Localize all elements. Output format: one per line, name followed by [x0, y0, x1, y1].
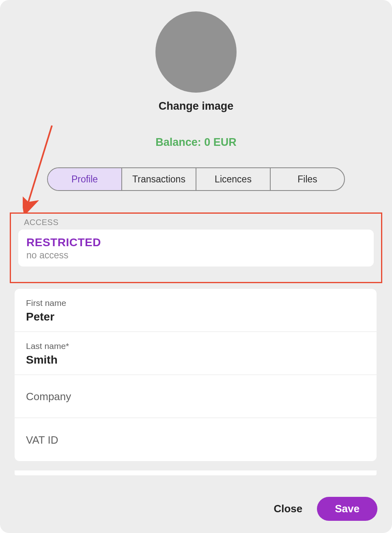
tab-transactions[interactable]: Transactions	[122, 168, 196, 190]
save-button[interactable]: Save	[317, 497, 377, 521]
company-label: Company	[26, 390, 365, 403]
profile-panel: Change image Balance: 0 EUR Profile Tran…	[0, 0, 392, 533]
access-section: ACCESS RESTRICTED no access	[10, 212, 382, 283]
first-name-value: Peter	[26, 310, 365, 323]
avatar-section: Change image	[0, 11, 392, 113]
last-name-field[interactable]: Last name* Smith	[15, 332, 377, 375]
access-subtitle: no access	[26, 250, 366, 261]
next-card-sliver	[15, 470, 377, 475]
last-name-value: Smith	[26, 353, 365, 366]
footer-actions: Close Save	[274, 497, 377, 521]
balance-text: Balance: 0 EUR	[0, 136, 392, 149]
avatar-placeholder[interactable]	[155, 11, 237, 93]
access-section-label: ACCESS	[24, 218, 374, 227]
change-image-button[interactable]: Change image	[159, 100, 234, 113]
tab-licences[interactable]: Licences	[196, 168, 271, 190]
last-name-label: Last name*	[26, 341, 365, 351]
tab-profile[interactable]: Profile	[48, 168, 122, 190]
company-field[interactable]: Company	[15, 375, 377, 418]
vat-id-label: VAT ID	[26, 434, 365, 446]
access-card[interactable]: RESTRICTED no access	[18, 230, 374, 266]
tab-bar: Profile Transactions Licences Files	[47, 167, 345, 191]
first-name-field[interactable]: First name Peter	[15, 289, 377, 332]
first-name-label: First name	[26, 298, 365, 308]
tab-files[interactable]: Files	[271, 168, 344, 190]
close-button[interactable]: Close	[274, 503, 302, 515]
vat-id-field[interactable]: VAT ID	[15, 418, 377, 461]
access-status: RESTRICTED	[26, 236, 366, 249]
profile-form: First name Peter Last name* Smith Compan…	[15, 289, 377, 461]
